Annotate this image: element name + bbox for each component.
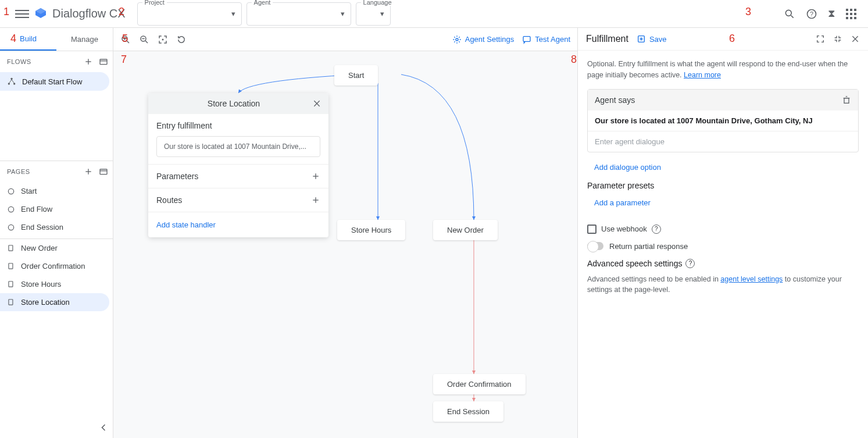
entry-fulfillment-preview[interactable]: Our store is located at 1007 Mountain Dr… bbox=[156, 136, 320, 157]
parameter-presets-header: Parameter presets bbox=[587, 181, 859, 190]
agent-settings-label: Agent Settings bbox=[465, 35, 515, 44]
svg-point-32 bbox=[456, 38, 458, 41]
learn-more-link[interactable]: Learn more bbox=[684, 71, 721, 79]
add-flow-icon[interactable] bbox=[84, 57, 93, 66]
flow-label: Default Start Flow bbox=[22, 77, 82, 86]
close-icon[interactable] bbox=[312, 99, 322, 108]
circle-icon bbox=[7, 187, 15, 195]
page-start[interactable]: Start bbox=[0, 182, 109, 200]
node-end-session[interactable]: End Session bbox=[433, 401, 503, 422]
hourglass-icon[interactable]: ⧗ bbox=[828, 8, 835, 20]
svg-line-25 bbox=[127, 41, 129, 43]
svg-point-17 bbox=[8, 188, 13, 194]
svg-point-12 bbox=[13, 83, 15, 84]
add-state-handler-link[interactable]: Add state handler bbox=[148, 212, 328, 237]
page-end-flow[interactable]: End Flow bbox=[0, 200, 109, 218]
flows-header-label: FLOWS bbox=[7, 58, 31, 65]
agent-dialogue-text[interactable]: Our store is located at 1007 Mountain Dr… bbox=[588, 111, 858, 131]
search-icon[interactable] bbox=[784, 8, 795, 20]
page-label: New Order bbox=[21, 244, 58, 252]
save-button[interactable]: Save bbox=[637, 34, 667, 44]
folder-icon[interactable] bbox=[99, 57, 108, 66]
language-dropdown[interactable]: Language ▾ bbox=[356, 2, 391, 26]
page-order-confirmation[interactable]: Order Confirmation bbox=[0, 257, 109, 275]
agent-says-card: Agent says Our store is located at 1007 … bbox=[587, 89, 859, 152]
svg-rect-21 bbox=[9, 263, 13, 268]
collapse-icon[interactable] bbox=[833, 34, 842, 44]
apps-icon[interactable] bbox=[846, 9, 856, 19]
page-new-order[interactable]: New Order bbox=[0, 239, 109, 257]
node-order-confirmation[interactable]: Order Confirmation bbox=[433, 374, 526, 394]
node-new-order[interactable]: New Order bbox=[433, 220, 498, 240]
svg-point-2 bbox=[785, 10, 791, 16]
page-label: Store Location bbox=[21, 298, 70, 307]
add-parameter-icon[interactable] bbox=[311, 172, 320, 181]
test-agent-button[interactable]: Test Agent bbox=[522, 35, 570, 44]
agent-dropdown[interactable]: Agent ▾ bbox=[247, 2, 351, 26]
zoom-in-icon[interactable] bbox=[120, 34, 131, 45]
menu-icon[interactable] bbox=[15, 7, 29, 21]
folder-icon[interactable] bbox=[99, 167, 108, 176]
flows-section-header: FLOWS bbox=[0, 51, 113, 72]
panel-title: Fulfillment bbox=[586, 34, 628, 44]
agent-level-settings-link[interactable]: agent level settings bbox=[720, 275, 783, 283]
svg-line-29 bbox=[145, 41, 148, 43]
project-dropdown[interactable]: Project ▾ bbox=[137, 2, 242, 26]
project-label: Project bbox=[142, 0, 167, 6]
collapse-sidebar-icon[interactable] bbox=[98, 422, 109, 433]
help-icon[interactable]: ? bbox=[806, 8, 817, 20]
add-route-icon[interactable] bbox=[311, 195, 320, 205]
tab-build[interactable]: Build bbox=[0, 28, 56, 51]
agent-label: Agent bbox=[252, 0, 273, 6]
chevron-down-icon: ▾ bbox=[231, 9, 235, 18]
canvas-column: Agent Settings Test Agent Start Store Ho… bbox=[113, 28, 577, 438]
node-start[interactable]: Start bbox=[334, 65, 378, 86]
page-end-session[interactable]: End Session bbox=[0, 218, 109, 236]
save-label: Save bbox=[649, 35, 667, 44]
close-icon[interactable] bbox=[851, 34, 860, 44]
partial-response-row[interactable]: Return partial response bbox=[587, 242, 859, 251]
checkbox-icon[interactable] bbox=[587, 225, 596, 234]
app-logo: Dialogflow CX bbox=[34, 7, 126, 21]
page-label: End Session bbox=[21, 223, 63, 232]
toggle-switch[interactable] bbox=[587, 242, 603, 250]
left-sidebar: Build Manage FLOWS Default Start Flow PA… bbox=[0, 28, 113, 438]
agent-settings-button[interactable]: Agent Settings bbox=[452, 35, 515, 44]
agent-dialogue-input[interactable]: Enter agent dialogue bbox=[588, 131, 858, 152]
svg-rect-43 bbox=[844, 98, 849, 103]
help-icon[interactable]: ? bbox=[685, 259, 695, 268]
fullscreen-icon[interactable] bbox=[816, 34, 825, 44]
node-store-hours[interactable]: Store Hours bbox=[337, 220, 405, 240]
circle-icon bbox=[7, 223, 15, 232]
flow-default-start[interactable]: Default Start Flow bbox=[0, 72, 109, 91]
chat-icon bbox=[522, 35, 531, 44]
add-parameter-link[interactable]: Add a parameter bbox=[587, 196, 859, 216]
help-icon[interactable]: ? bbox=[652, 225, 661, 234]
delete-icon[interactable] bbox=[842, 95, 851, 105]
reset-icon[interactable] bbox=[176, 34, 187, 45]
fit-view-icon[interactable] bbox=[158, 34, 168, 45]
page-label: Order Confirmation bbox=[21, 262, 85, 270]
page-icon bbox=[7, 280, 15, 289]
page-label: End Flow bbox=[21, 205, 52, 213]
page-label: Start bbox=[21, 187, 37, 195]
page-store-hours[interactable]: Store Hours bbox=[0, 275, 109, 293]
add-dialogue-link[interactable]: Add dialogue option bbox=[587, 161, 859, 181]
page-detail-popup: Store Location Entry fulfillment Our sto… bbox=[148, 93, 328, 237]
svg-rect-15 bbox=[100, 169, 107, 175]
svg-point-18 bbox=[8, 206, 13, 212]
svg-text:?: ? bbox=[810, 10, 813, 17]
flow-canvas[interactable]: Start Store Hours New Order Order Confir… bbox=[113, 51, 577, 438]
advanced-speech-header: Advanced speech settings bbox=[587, 259, 682, 268]
canvas-toolbar: Agent Settings Test Agent bbox=[113, 28, 577, 51]
test-agent-label: Test Agent bbox=[535, 35, 570, 44]
tab-manage[interactable]: Manage bbox=[56, 28, 113, 51]
flow-icon bbox=[7, 77, 16, 86]
svg-rect-20 bbox=[9, 245, 13, 250]
add-page-icon[interactable] bbox=[84, 167, 93, 176]
use-webhook-row[interactable]: Use webhook ? bbox=[587, 225, 859, 234]
zoom-out-icon[interactable] bbox=[139, 34, 149, 45]
partial-response-label: Return partial response bbox=[609, 242, 688, 251]
page-store-location[interactable]: Store Location bbox=[0, 293, 109, 311]
svg-rect-23 bbox=[9, 299, 13, 304]
